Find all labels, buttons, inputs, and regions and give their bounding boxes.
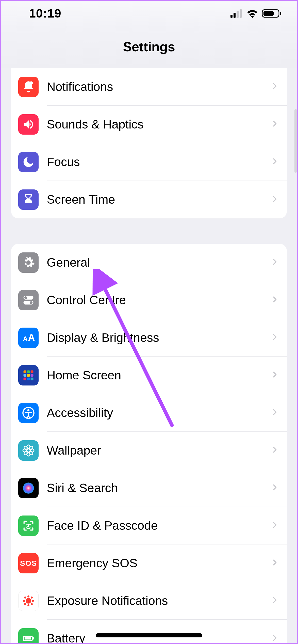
chevron-right-icon (271, 82, 279, 91)
chevron-right-icon (271, 195, 279, 204)
svg-rect-3 (240, 9, 242, 18)
row-label: General (47, 255, 90, 269)
settings-row-general[interactable]: General (11, 244, 287, 281)
status-icons (230, 9, 282, 18)
gear-icon (18, 252, 39, 273)
row-label: Wallpaper (47, 443, 101, 457)
virus-icon (18, 591, 39, 611)
row-label: Battery (47, 631, 85, 643)
settings-row-focus[interactable]: Focus (11, 143, 287, 181)
text-size-icon (18, 328, 39, 348)
battery-icon (262, 9, 282, 18)
settings-list[interactable]: NotificationsSounds & HapticsFocusScreen… (1, 68, 297, 643)
chevron-right-icon (271, 371, 279, 380)
chevron-right-icon (271, 521, 279, 530)
flower-icon (18, 440, 39, 461)
row-label: Siri & Search (47, 481, 118, 495)
sos-icon: SOS (18, 553, 39, 573)
row-label: Home Screen (47, 368, 121, 382)
svg-rect-1 (234, 13, 236, 18)
settings-row-display[interactable]: Display & Brightness (11, 319, 287, 357)
settings-row-sos[interactable]: SOSEmergency SOS (11, 544, 287, 582)
chevron-right-icon (271, 446, 279, 455)
clock: 10:19 (29, 6, 61, 20)
row-label: Screen Time (47, 192, 115, 206)
svg-rect-6 (280, 12, 281, 15)
svg-rect-2 (237, 11, 239, 18)
chevron-right-icon (271, 596, 279, 605)
switches-icon (18, 290, 39, 310)
chevron-right-icon (271, 258, 279, 267)
svg-rect-0 (230, 15, 233, 18)
chevron-right-icon (271, 483, 279, 492)
settings-row-sounds[interactable]: Sounds & Haptics (11, 106, 287, 143)
scroll-indicator (294, 109, 297, 173)
face-icon (18, 516, 39, 536)
row-label: Notifications (47, 80, 113, 94)
chevron-right-icon (271, 295, 279, 304)
settings-row-battery[interactable]: Battery (11, 620, 287, 643)
row-label: Control Centre (47, 293, 126, 307)
row-label: Sounds & Haptics (47, 117, 144, 131)
row-label: Exposure Notifications (47, 594, 168, 608)
chevron-right-icon (271, 120, 279, 129)
svg-rect-5 (263, 11, 274, 16)
hourglass-icon (18, 189, 39, 210)
page-title: Settings (123, 39, 175, 54)
settings-row-homescreen[interactable]: Home Screen (11, 357, 287, 394)
settings-group-1: NotificationsSounds & HapticsFocusScreen… (11, 68, 287, 218)
row-label: Focus (47, 155, 80, 169)
status-bar: 10:19 (1, 1, 297, 26)
app-grid-icon (18, 365, 39, 385)
row-label: Face ID & Passcode (47, 519, 158, 533)
moon-icon (18, 152, 39, 172)
home-indicator[interactable] (96, 633, 202, 637)
settings-row-controlcentre[interactable]: Control Centre (11, 281, 287, 319)
battery-icon (18, 628, 39, 643)
speaker-icon (18, 114, 39, 135)
bell-icon (18, 77, 39, 97)
row-label: Emergency SOS (47, 556, 137, 570)
settings-row-faceid[interactable]: Face ID & Passcode (11, 507, 287, 544)
row-label: Accessibility (47, 406, 113, 420)
settings-group-2: GeneralControl CentreDisplay & Brightnes… (11, 244, 287, 643)
settings-row-notifications[interactable]: Notifications (11, 68, 287, 106)
chevron-right-icon (271, 333, 279, 342)
settings-row-siri[interactable]: Siri & Search (11, 469, 287, 507)
row-label: Display & Brightness (47, 331, 159, 345)
navigation-bar: Settings (1, 26, 297, 68)
settings-screen: 10:19 Settings NotificationsSounds & Hap… (1, 1, 297, 643)
settings-row-screentime[interactable]: Screen Time (11, 181, 287, 218)
chevron-right-icon (271, 634, 279, 643)
siri-icon (18, 478, 39, 498)
wifi-icon (246, 9, 258, 18)
chevron-right-icon (271, 157, 279, 166)
cellular-icon (230, 9, 243, 18)
settings-row-exposure[interactable]: Exposure Notifications (11, 582, 287, 620)
settings-row-wallpaper[interactable]: Wallpaper (11, 432, 287, 469)
chevron-right-icon (271, 408, 279, 417)
chevron-right-icon (271, 558, 279, 568)
figure-icon (18, 403, 39, 423)
settings-row-accessibility[interactable]: Accessibility (11, 394, 287, 432)
